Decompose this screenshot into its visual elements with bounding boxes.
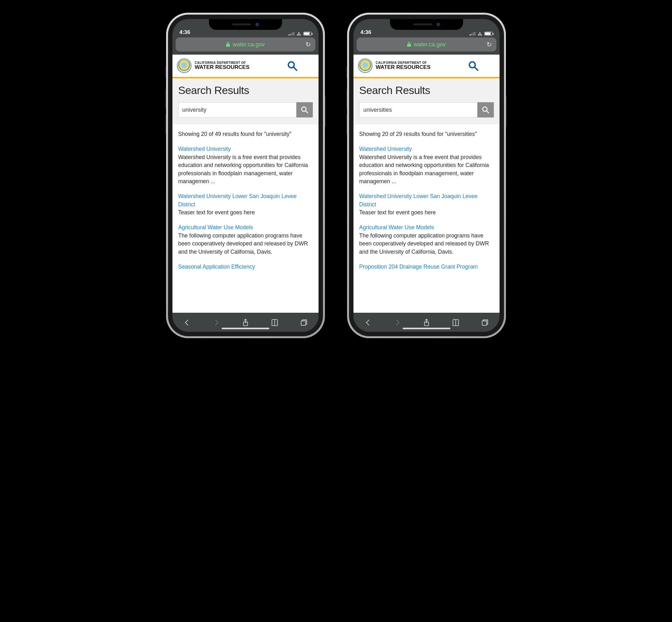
forward-button[interactable] bbox=[393, 318, 402, 327]
result-link[interactable]: Agricultural Water Use Models bbox=[178, 224, 253, 231]
share-button[interactable] bbox=[422, 318, 431, 327]
result-link[interactable]: Watershed University Lower San Joaquin L… bbox=[178, 193, 297, 207]
result-snippet: Teaser text for event goes here bbox=[178, 209, 313, 216]
battery-icon bbox=[484, 32, 493, 36]
header-search-button[interactable] bbox=[287, 60, 298, 71]
result-snippet: The following computer application progr… bbox=[178, 232, 313, 256]
status-time: 4:36 bbox=[179, 29, 190, 36]
search-result: Seasonal Application Efficiency bbox=[178, 263, 313, 271]
cell-signal-icon bbox=[289, 32, 294, 36]
page-title: Search Results bbox=[359, 84, 494, 97]
site-brand[interactable]: CALIFORNIA DEPARTMENT OF WATER RESOURCES bbox=[376, 61, 465, 70]
result-snippet: The following computer application progr… bbox=[359, 232, 494, 256]
search-input[interactable] bbox=[359, 102, 477, 117]
header-search-button[interactable] bbox=[468, 60, 479, 71]
results-summary: Showing 20 of 29 results found for "univ… bbox=[359, 130, 494, 138]
browser-domain: water.ca.gov bbox=[413, 41, 445, 48]
tabs-button[interactable] bbox=[299, 318, 309, 327]
lock-icon bbox=[407, 42, 411, 47]
result-snippet: Watershed University is a free event tha… bbox=[359, 153, 494, 186]
hamburger-menu-button[interactable] bbox=[301, 64, 314, 68]
phone-notch bbox=[209, 19, 282, 30]
browser-url-bar[interactable]: water.ca.gov ↻ bbox=[357, 37, 496, 51]
search-result: Proposition 204 Drainage Reuse Grant Pro… bbox=[359, 263, 494, 271]
tabs-button[interactable] bbox=[480, 318, 490, 327]
back-button[interactable] bbox=[182, 318, 192, 327]
reload-icon[interactable]: ↻ bbox=[486, 41, 492, 48]
result-snippet: Teaser text for event goes here bbox=[359, 209, 494, 216]
search-result: Watershed University Lower San Joaquin L… bbox=[178, 193, 313, 216]
search-result: Agricultural Water Use ModelsThe followi… bbox=[359, 223, 494, 256]
home-indicator[interactable] bbox=[403, 328, 450, 329]
hamburger-menu-button[interactable] bbox=[482, 64, 495, 68]
agency-seal-icon bbox=[358, 59, 372, 73]
result-link[interactable]: Watershed University Lower San Joaquin L… bbox=[359, 193, 478, 207]
wifi-icon bbox=[477, 32, 482, 36]
share-button[interactable] bbox=[241, 318, 250, 327]
cell-signal-icon bbox=[470, 32, 475, 36]
browser-domain: water.ca.gov bbox=[232, 41, 265, 48]
search-submit-button[interactable] bbox=[296, 102, 313, 117]
result-link[interactable]: Proposition 204 Drainage Reuse Grant Pro… bbox=[359, 264, 478, 270]
svg-rect-11 bbox=[482, 321, 486, 325]
wifi-icon bbox=[296, 32, 301, 36]
svg-line-9 bbox=[486, 111, 489, 113]
home-indicator[interactable] bbox=[222, 328, 269, 329]
site-brand[interactable]: CALIFORNIA DEPARTMENT OF WATER RESOURCES bbox=[195, 61, 283, 70]
search-result: Agricultural Water Use ModelsThe followi… bbox=[178, 223, 313, 256]
browser-url-bar[interactable]: water.ca.gov ↻ bbox=[176, 37, 315, 51]
svg-line-3 bbox=[305, 111, 308, 113]
search-submit-button[interactable] bbox=[477, 102, 494, 117]
lock-icon bbox=[226, 42, 230, 47]
bookmarks-button[interactable] bbox=[270, 318, 279, 327]
svg-line-1 bbox=[294, 67, 297, 70]
search-result: Watershed University Lower San Joaquin L… bbox=[359, 193, 494, 216]
bookmarks-button[interactable] bbox=[451, 318, 461, 327]
search-input[interactable] bbox=[178, 102, 296, 117]
svg-rect-5 bbox=[301, 321, 305, 325]
svg-line-7 bbox=[474, 67, 478, 70]
search-result: Watershed UniversityWatershed University… bbox=[359, 145, 494, 185]
page-title: Search Results bbox=[178, 84, 313, 97]
result-link[interactable]: Watershed University bbox=[359, 146, 412, 152]
battery-icon bbox=[303, 32, 311, 36]
result-link[interactable]: Agricultural Water Use Models bbox=[359, 224, 434, 231]
result-snippet: Watershed University is a free event tha… bbox=[178, 153, 313, 186]
result-link[interactable]: Watershed University bbox=[178, 146, 231, 152]
agency-seal-icon bbox=[177, 59, 192, 73]
reload-icon[interactable]: ↻ bbox=[305, 41, 311, 48]
back-button[interactable] bbox=[363, 318, 373, 327]
results-summary: Showing 20 of 49 results found for "univ… bbox=[178, 130, 313, 138]
forward-button[interactable] bbox=[211, 318, 221, 327]
search-result: Watershed UniversityWatershed University… bbox=[178, 145, 313, 185]
status-time: 4:36 bbox=[361, 29, 371, 36]
result-link[interactable]: Seasonal Application Efficiency bbox=[178, 264, 255, 270]
phone-notch bbox=[390, 19, 463, 30]
